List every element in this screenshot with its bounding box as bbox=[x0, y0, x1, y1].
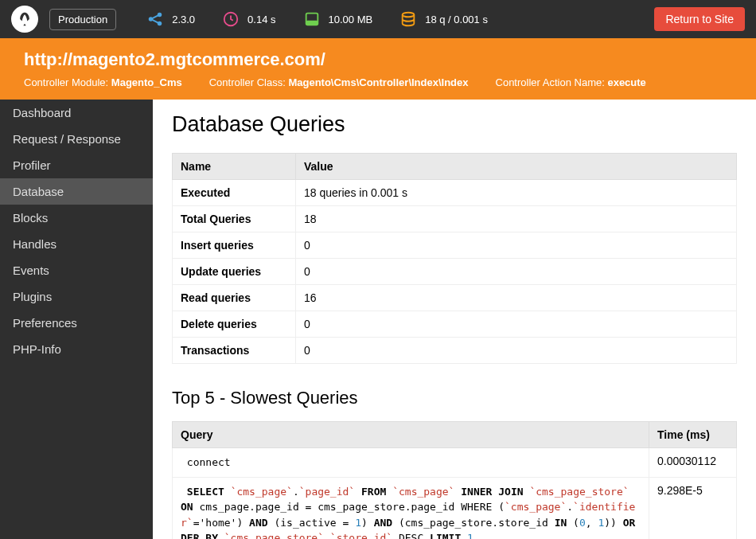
stat-name: Total Queries bbox=[173, 206, 296, 232]
table-row: Transactions0 bbox=[173, 338, 737, 364]
sidebar-item-database[interactable]: Database bbox=[0, 178, 153, 205]
stat-name: Insert queries bbox=[173, 232, 296, 259]
stat-value: 18 queries in 0.001 s bbox=[296, 180, 737, 206]
stat-time: 0.14 s bbox=[222, 10, 275, 28]
sidebar-item-plugins[interactable]: Plugins bbox=[0, 283, 153, 310]
version-text: 2.3.0 bbox=[172, 14, 195, 25]
slow-queries-table: Query Time (ms) connect0.00030112 SELECT… bbox=[172, 421, 737, 539]
col-query: Query bbox=[173, 422, 649, 448]
slow-title: Top 5 - Slowest Queries bbox=[172, 388, 737, 408]
database-icon bbox=[399, 10, 417, 28]
query-cell: SELECT `cms_page`.`page_id` FROM `cms_pa… bbox=[173, 477, 649, 539]
stat-name: Transactions bbox=[173, 338, 296, 364]
stat-value: 0 bbox=[296, 232, 737, 259]
table-row: Executed18 queries in 0.001 s bbox=[173, 180, 737, 206]
table-row: Read queries16 bbox=[173, 285, 737, 311]
stat-value: 0 bbox=[296, 311, 737, 338]
controller-action: Controller Action Name: execute bbox=[496, 76, 646, 88]
sidebar-item-php-info[interactable]: PHP-Info bbox=[0, 336, 153, 362]
rocket-icon bbox=[17, 11, 33, 27]
sidebar-item-handles[interactable]: Handles bbox=[0, 231, 153, 257]
col-time: Time (ms) bbox=[649, 422, 737, 448]
sidebar-item-request-response[interactable]: Request / Response bbox=[0, 126, 153, 152]
stats-table: Name Value Executed18 queries in 0.001 s… bbox=[172, 153, 737, 364]
stat-value: 0 bbox=[296, 259, 737, 285]
stat-queries: 18 q / 0.001 s bbox=[399, 10, 488, 28]
time-cell: 0.00030112 bbox=[649, 448, 737, 478]
table-row: Delete queries0 bbox=[173, 311, 737, 338]
svg-rect-7 bbox=[306, 21, 318, 25]
svg-line-3 bbox=[152, 15, 158, 18]
clock-icon bbox=[222, 10, 240, 28]
table-row: Update queries0 bbox=[173, 259, 737, 285]
sidebar-item-events[interactable]: Events bbox=[0, 257, 153, 283]
request-header: http://magento2.mgtcommerce.com/ Control… bbox=[0, 38, 756, 100]
stat-name: Read queries bbox=[173, 285, 296, 311]
memory-text: 10.00 MB bbox=[329, 14, 373, 25]
col-name: Name bbox=[173, 154, 296, 180]
memory-icon bbox=[303, 10, 321, 28]
stat-name: Update queries bbox=[173, 259, 296, 285]
table-row: Total Queries18 bbox=[173, 206, 737, 232]
controller-module: Controller Module: Magento_Cms bbox=[24, 76, 182, 88]
time-cell: 9.298E-5 bbox=[649, 477, 737, 539]
sidebar-item-dashboard[interactable]: Dashboard bbox=[0, 100, 153, 126]
sidebar-item-blocks[interactable]: Blocks bbox=[0, 205, 153, 231]
stat-value: 0 bbox=[296, 338, 737, 364]
request-url: http://magento2.mgtcommerce.com/ bbox=[24, 49, 732, 70]
sidebar: DashboardRequest / ResponseProfilerDatab… bbox=[0, 100, 153, 539]
stat-version: 2.3.0 bbox=[146, 10, 195, 28]
table-row: connect0.00030112 bbox=[173, 448, 737, 478]
time-text: 0.14 s bbox=[247, 14, 275, 25]
return-button[interactable]: Return to Site bbox=[654, 7, 745, 31]
stat-value: 18 bbox=[296, 206, 737, 232]
stat-value: 16 bbox=[296, 285, 737, 311]
table-row: Insert queries0 bbox=[173, 232, 737, 259]
query-cell: connect bbox=[173, 448, 649, 478]
sidebar-item-preferences[interactable]: Preferences bbox=[0, 310, 153, 336]
stat-name: Delete queries bbox=[173, 311, 296, 338]
svg-point-8 bbox=[403, 13, 415, 18]
controller-class: Controller Class: Magento\Cms\Controller… bbox=[209, 76, 469, 88]
main-content: Database Queries Name Value Executed18 q… bbox=[153, 100, 756, 539]
table-row: SELECT `cms_page`.`page_id` FROM `cms_pa… bbox=[173, 477, 737, 539]
stat-memory: 10.00 MB bbox=[303, 10, 373, 28]
svg-line-4 bbox=[152, 20, 158, 23]
share-icon bbox=[146, 10, 164, 28]
queries-text: 18 q / 0.001 s bbox=[425, 14, 488, 25]
col-value: Value bbox=[296, 154, 737, 180]
topbar: Production 2.3.0 0.14 s 10.00 MB 18 q / … bbox=[0, 0, 756, 38]
page-title: Database Queries bbox=[172, 112, 737, 137]
sidebar-item-profiler[interactable]: Profiler bbox=[0, 152, 153, 178]
production-button[interactable]: Production bbox=[49, 9, 116, 30]
stat-name: Executed bbox=[173, 180, 296, 206]
logo[interactable] bbox=[11, 6, 38, 33]
